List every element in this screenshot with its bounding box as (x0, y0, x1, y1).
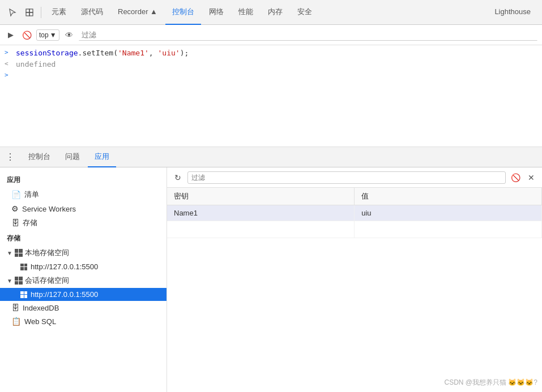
clear-storage-icon[interactable]: 🚫 (509, 171, 522, 184)
bottom-content: 应用 📄 清单 ⚙ Service Workers 🗄 存储 存储 ▼ (0, 167, 542, 392)
stop-icon[interactable]: 🚫 (20, 29, 33, 41)
col-header-value: 值 (355, 188, 542, 205)
sidebar-manifest-label: 清单 (24, 189, 39, 200)
indexeddb-icon: 🗄 (11, 303, 19, 312)
tab-bottom-issues[interactable]: 问题 (58, 147, 87, 167)
context-label: top (39, 31, 49, 39)
sidebar-group-session-storage[interactable]: ▼ 会话存储空间 (0, 273, 167, 288)
cell-value: uiu (355, 205, 542, 221)
sidebar-item-manifest[interactable]: 📄 清单 (0, 187, 167, 202)
storage-table: 密钥 值 Name1 uiu (167, 188, 542, 238)
sidebar-item-indexeddb[interactable]: 🗄 IndexedDB (0, 301, 167, 315)
tab-bottom-application[interactable]: 应用 (88, 147, 116, 167)
col-header-key: 密钥 (167, 188, 355, 205)
input-arrow-icon: > (5, 49, 14, 56)
sidebar-section-app: 应用 (0, 172, 167, 187)
console-code-input: sessionStorage.setItem('Name1', 'uiu'); (16, 49, 189, 57)
run-icon[interactable]: ▶ (5, 29, 17, 41)
chevron-down-icon-2: ▼ (7, 278, 12, 284)
refresh-icon[interactable]: ↻ (172, 171, 184, 184)
svg-rect-2 (26, 12, 29, 16)
sidebar: 应用 📄 清单 ⚙ Service Workers 🗄 存储 存储 ▼ (0, 167, 167, 392)
bottom-tabbar: ⋮ 控制台 问题 应用 (0, 147, 542, 167)
svg-rect-3 (29, 9, 33, 12)
console-line-prompt: > (0, 70, 542, 81)
table-row[interactable]: Name1 uiu (167, 205, 542, 221)
session-storage-url-label: http://127.0.0.1:5500 (31, 290, 98, 299)
tab-sources[interactable]: 源代码 (74, 0, 110, 25)
console-line-output: < undefined (0, 59, 542, 70)
context-select[interactable]: top ▼ (36, 29, 59, 41)
local-storage-grid-icon (15, 249, 23, 257)
output-arrow-icon: < (5, 60, 14, 67)
chevron-down-icon: ▼ (7, 250, 12, 256)
right-toolbar: ↻ 🚫 ✕ (167, 167, 542, 188)
dropdown-arrow-icon: ▼ (50, 31, 57, 39)
tab-console[interactable]: 控制台 (165, 0, 201, 25)
tab-network[interactable]: 网络 (202, 0, 231, 25)
manifest-icon: 📄 (11, 190, 21, 199)
cursor-icon[interactable] (5, 5, 20, 20)
sidebar-item-storage[interactable]: 🗄 存储 (0, 216, 167, 230)
local-storage-url-label: http://127.0.0.1:5500 (31, 262, 98, 271)
svg-rect-0 (26, 9, 29, 12)
tab-security[interactable]: 安全 (291, 0, 319, 25)
empty-value-cell (355, 221, 542, 238)
storage-icon: 🗄 (11, 218, 19, 227)
svg-rect-1 (29, 12, 33, 16)
sidebar-sw-label: Service Workers (22, 205, 76, 213)
storage-table-container: 密钥 值 Name1 uiu (167, 188, 542, 392)
sidebar-item-websql[interactable]: 📋 Web SQL (0, 315, 167, 328)
sidebar-sub-local-storage-url[interactable]: http://127.0.0.1:5500 (0, 260, 167, 273)
local-storage-label: 本地存储空间 (25, 248, 69, 258)
websql-label: Web SQL (24, 317, 56, 326)
right-panel: ↻ 🚫 ✕ 密钥 值 Name1 (167, 167, 542, 392)
bottom-panel: ⋮ 控制台 问题 应用 应用 📄 清单 ⚙ Service Workers 🗄 … (0, 147, 542, 392)
service-workers-icon: ⚙ (11, 204, 19, 213)
session-storage-label: 会话存储空间 (25, 275, 69, 286)
tab-memory[interactable]: 内存 (261, 0, 289, 25)
sidebar-sub-session-storage-url[interactable]: http://127.0.0.1:5500 (0, 288, 167, 301)
table-header-row: 密钥 值 (167, 188, 542, 205)
empty-key-cell (167, 221, 355, 238)
cell-key: Name1 (167, 205, 355, 221)
sidebar-group-local-storage[interactable]: ▼ 本地存储空间 (0, 245, 167, 260)
tab-elements[interactable]: 元素 (45, 0, 73, 25)
close-icon[interactable]: ✕ (525, 171, 537, 184)
tab-performance[interactable]: 性能 (232, 0, 260, 25)
inspect-icon[interactable] (22, 5, 37, 20)
console-toolbar: ▶ 🚫 top ▼ 👁 (0, 25, 542, 45)
tab-recorder[interactable]: Recorder ▲ (111, 0, 164, 25)
websql-icon: 📋 (11, 317, 21, 326)
console-output-text: undefined (16, 60, 56, 68)
sidebar-section-storage: 存储 (0, 230, 167, 245)
console-line-input: > sessionStorage.setItem('Name1', 'uiu')… (0, 48, 542, 59)
top-tabbar: 元素 源代码 Recorder ▲ 控制台 网络 性能 内存 安全 Lighth… (0, 0, 542, 25)
divider (41, 7, 41, 18)
table-row-empty (167, 221, 542, 238)
more-options-icon[interactable]: ⋮ (5, 152, 16, 163)
tab-lighthouse[interactable]: Lighthouse (488, 0, 537, 25)
sidebar-item-service-workers[interactable]: ⚙ Service Workers (0, 202, 167, 216)
indexeddb-label: IndexedDB (23, 304, 59, 312)
tab-bottom-console[interactable]: 控制台 (22, 147, 57, 167)
session-url-grid-icon (20, 291, 27, 298)
prompt-arrow-icon: > (5, 71, 14, 79)
storage-filter-input[interactable] (187, 171, 506, 184)
console-filter-input[interactable] (79, 29, 537, 41)
session-storage-grid-icon (15, 277, 23, 285)
local-url-grid-icon (20, 264, 27, 270)
console-output: > sessionStorage.setItem('Name1', 'uiu')… (0, 45, 542, 147)
sidebar-storage-label: 存储 (23, 218, 37, 228)
eye-icon[interactable]: 👁 (63, 29, 75, 41)
